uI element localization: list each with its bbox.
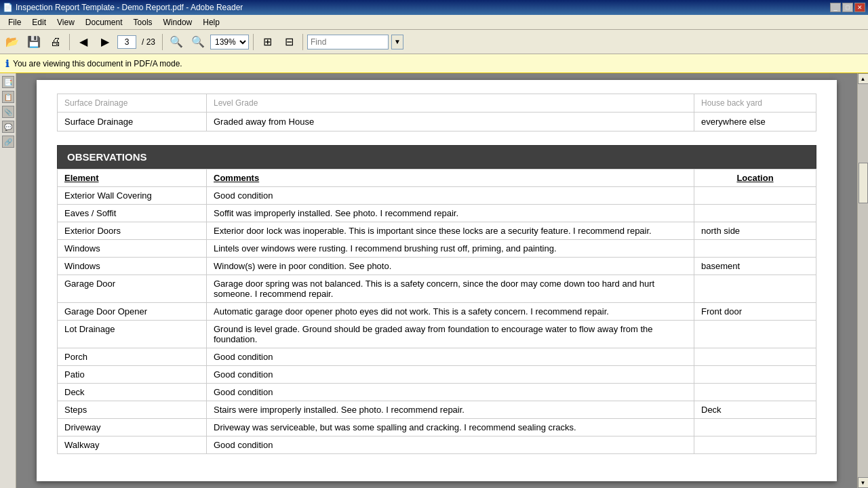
attachments-icon[interactable]: 📎: [2, 106, 14, 118]
open-button[interactable]: 📂: [3, 33, 22, 52]
table-row: Garage DoorGarage door spring was not ba…: [58, 275, 816, 303]
menu-bar: File Edit View Document Tools Window Hel…: [0, 15, 868, 30]
separator-4: [302, 34, 303, 50]
location-cell: [694, 240, 816, 258]
table-row: Exterior Wall CoveringGood condition: [58, 187, 816, 205]
info-bar: ℹ You are viewing this document in PDF/A…: [0, 54, 868, 73]
page-total: / 23: [139, 37, 158, 47]
element-cell: Driveway: [58, 419, 207, 436]
element-cell: Garage Door: [58, 275, 207, 303]
separator-3: [253, 34, 254, 50]
location-cell: Front door: [694, 303, 816, 321]
menu-edit[interactable]: Edit: [26, 16, 52, 28]
title-bar-controls[interactable]: _ □ ✕: [830, 3, 865, 12]
table-row: Surface Drainage Level Grade House back …: [58, 94, 816, 113]
location-cell: House back yard: [694, 94, 816, 113]
comments-cell: Level Grade: [207, 94, 694, 113]
table-row: WalkwayGood condition: [58, 436, 816, 454]
table-row: StepsStairs were improperly installed. S…: [58, 401, 816, 419]
print-button[interactable]: 🖨: [46, 33, 65, 52]
location-cell: [694, 436, 816, 454]
toolbar: 📂 💾 🖨 ◀ ▶ / 23 🔍 🔍 139% 100% 150% 200% ⊞…: [0, 30, 868, 54]
window-title: Inspection Report Template - Demo Report…: [16, 3, 243, 12]
menu-window[interactable]: Window: [158, 16, 198, 28]
close-button[interactable]: ✕: [854, 3, 865, 12]
app-icon: 📄: [3, 3, 13, 12]
menu-document[interactable]: Document: [80, 16, 128, 28]
zoom-out-button[interactable]: 🔍: [167, 33, 186, 52]
comments-cell: Automatic garage door opener photo eyes …: [207, 303, 694, 321]
table-row: WindowsWindow(s) were in poor condition.…: [58, 258, 816, 275]
table-row: Eaves / SoffitSoffit was improperly inst…: [58, 205, 816, 222]
info-icon: ℹ: [5, 58, 9, 69]
scroll-up-button[interactable]: ▲: [858, 73, 869, 84]
location-cell: Deck: [694, 401, 816, 419]
location-cell: [694, 275, 816, 303]
fit-width-button[interactable]: ⊟: [279, 33, 298, 52]
location-cell: [694, 321, 816, 348]
element-cell: Exterior Doors: [58, 222, 207, 240]
comments-cell: Good condition: [207, 187, 694, 205]
zoom-in-button[interactable]: 🔍: [189, 33, 208, 52]
next-page-button[interactable]: ▶: [96, 33, 115, 52]
top-table: Surface Drainage Level Grade House back …: [57, 94, 816, 131]
menu-view[interactable]: View: [52, 16, 80, 28]
find-dropdown-button[interactable]: ▼: [391, 35, 403, 49]
location-cell: [694, 205, 816, 222]
scroll-track[interactable]: [858, 84, 869, 477]
location-cell: [694, 187, 816, 205]
comments-cell: Garage door spring was not balanced. Thi…: [207, 275, 694, 303]
separator-1: [69, 34, 70, 50]
comments-cell: Stairs were improperly installed. See ph…: [207, 401, 694, 419]
element-header: Element: [58, 169, 207, 187]
element-cell: Patio: [58, 366, 207, 384]
comments-cell: Ground is level grade. Ground should be …: [207, 321, 694, 348]
location-header: Location: [694, 169, 816, 187]
location-cell: everywhere else: [694, 113, 816, 131]
element-cell: Porch: [58, 348, 207, 366]
table-row: Exterior DoorsExterior door lock was ino…: [58, 222, 816, 240]
menu-file[interactable]: File: [3, 16, 26, 28]
pdf-content[interactable]: Surface Drainage Level Grade House back …: [16, 73, 857, 488]
element-cell: Windows: [58, 240, 207, 258]
menu-tools[interactable]: Tools: [128, 16, 158, 28]
element-cell: Surface Drainage: [58, 94, 207, 113]
bookmarks-icon[interactable]: 📑: [2, 76, 14, 88]
element-cell: Surface Drainage: [58, 113, 207, 131]
location-cell: [694, 366, 816, 384]
link-icon[interactable]: 🔗: [2, 136, 14, 148]
page-number-input[interactable]: [117, 35, 136, 49]
menu-help[interactable]: Help: [197, 16, 225, 28]
separator-2: [162, 34, 163, 50]
element-cell: Steps: [58, 401, 207, 419]
prev-page-button[interactable]: ◀: [74, 33, 93, 52]
element-cell: Lot Drainage: [58, 321, 207, 348]
scroll-down-button[interactable]: ▼: [858, 477, 869, 488]
comments-cell: Good condition: [207, 384, 694, 401]
minimize-button[interactable]: _: [830, 3, 841, 12]
table-row: WindowsLintels over windows were rusting…: [58, 240, 816, 258]
right-scrollbar[interactable]: ▲ ▼: [857, 73, 868, 488]
table-header-row: Element Comments Location: [58, 169, 816, 187]
comments-cell: Good condition: [207, 348, 694, 366]
comment-icon[interactable]: 💬: [2, 121, 14, 133]
pages-icon[interactable]: 📋: [2, 91, 14, 103]
maximize-button[interactable]: □: [842, 3, 853, 12]
table-row: Garage Door OpenerAutomatic garage door …: [58, 303, 816, 321]
pdf-page: Surface Drainage Level Grade House back …: [37, 80, 837, 481]
comments-cell: Soffit was improperly installed. See pho…: [207, 205, 694, 222]
comments-cell: Driveway was serviceable, but was some s…: [207, 419, 694, 436]
find-input[interactable]: [307, 35, 389, 49]
comments-cell: Graded away from House: [207, 113, 694, 131]
location-cell: [694, 348, 816, 366]
zoom-select[interactable]: 139% 100% 150% 200%: [210, 35, 249, 49]
main-area: 📑 📋 📎 💬 🔗 Surface Drainage Level Grade H…: [0, 73, 868, 488]
location-cell: [694, 384, 816, 401]
table-row: DeckGood condition: [58, 384, 816, 401]
title-bar: 📄 Inspection Report Template - Demo Repo…: [0, 0, 868, 15]
fit-page-button[interactable]: ⊞: [258, 33, 277, 52]
save-button[interactable]: 💾: [24, 33, 43, 52]
location-cell: basement: [694, 258, 816, 275]
scroll-thumb[interactable]: [859, 163, 868, 203]
element-cell: Windows: [58, 258, 207, 275]
